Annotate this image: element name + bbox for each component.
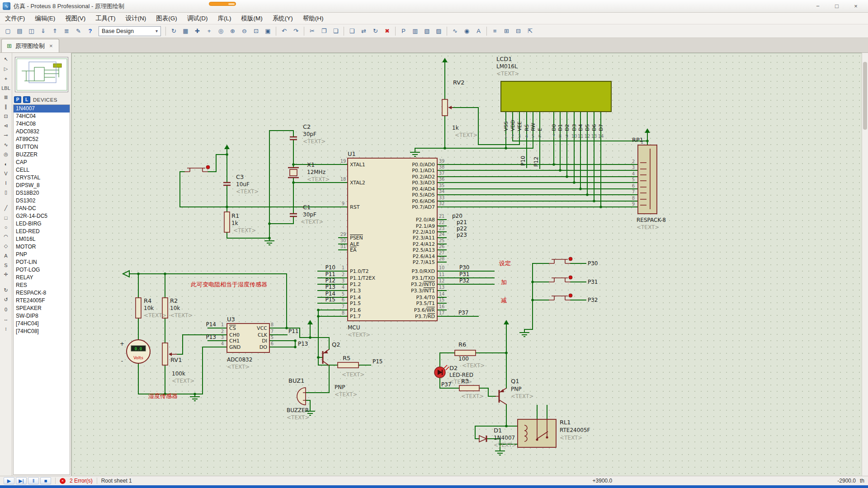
component-x1-crystal[interactable] [288,168,299,178]
menu-item[interactable]: 调试(D) [182,13,213,24]
component-q2[interactable] [323,349,329,366]
device-item[interactable]: [74HC08] [14,328,70,335]
mode-generator[interactable]: ◐ [1,160,11,168]
mode-subcircuit[interactable]: ⊡ [1,112,11,121]
device-item[interactable]: CAP [14,159,70,166]
zoom-area-button[interactable]: ⊡ [250,26,262,37]
pause-button[interactable]: ‖ [28,477,39,484]
design-explorer-button[interactable]: ≡ [489,26,500,37]
block-move-button[interactable]: ⇄ [358,26,369,37]
wire-autorouter-button[interactable]: ∿ [449,26,461,37]
device-item[interactable]: RTE24005F [14,297,70,305]
toggle-grid-button[interactable]: ▦ [180,26,191,37]
component-r5[interactable] [338,362,359,368]
mode-voltage-probe[interactable]: V [1,169,11,178]
device-item[interactable]: SPEAKER [14,305,70,312]
pick-parts-button[interactable]: P [398,26,409,37]
schematic-canvas[interactable]: LCD1LM016L<TEXT>VSSVDDVEERSRWED0D1D2D3D4… [71,53,862,476]
mode-2d-box[interactable]: □ [1,213,11,222]
component-q1[interactable] [495,388,506,404]
mode-component[interactable]: ▷ [1,65,11,73]
mode-2d-circle[interactable]: ○ [1,223,11,231]
mode-mirror-h[interactable]: ↔ [1,314,11,323]
remove-sheet-button[interactable]: ⊟ [513,26,524,37]
device-item[interactable]: CRYSTAL [14,174,70,182]
menu-item[interactable]: 工具(T) [90,13,120,24]
new-sheet-button[interactable]: ⊞ [501,26,512,37]
tab-close-icon[interactable]: × [48,42,54,49]
menu-item[interactable]: 系统(Y) [268,13,298,24]
menu-item[interactable]: 库(L) [213,13,236,24]
component-rv2[interactable] [442,99,453,116]
search-tag-button[interactable]: ◉ [461,26,472,37]
component-button-set[interactable] [549,257,572,263]
mode-rotate-cw[interactable]: ↻ [1,286,11,295]
device-item[interactable]: [74HC04] [14,320,70,328]
mode-2d-symbol[interactable]: S [1,261,11,269]
cut-button[interactable]: ✂ [307,26,318,37]
component-buz1[interactable] [297,388,306,405]
mode-bus[interactable]: ∥ [1,103,11,111]
menu-item[interactable]: 帮助(H) [298,13,329,24]
copy-button[interactable]: ❐ [318,26,330,37]
device-item[interactable]: MOTOR [14,243,70,251]
library-button[interactable]: L [23,96,30,103]
new-project-button[interactable]: ▢ [2,26,14,37]
component-rp1[interactable] [638,145,657,214]
zoom-all-button[interactable]: ▣ [262,26,274,37]
play-button[interactable]: ▶ [4,477,14,484]
vertical-scrollbar[interactable] [862,53,868,476]
mode-current-probe[interactable]: I [1,178,11,187]
redo-button[interactable]: ↷ [290,26,302,37]
menu-item[interactable]: 视图(V) [60,13,90,24]
component-r3[interactable] [459,385,479,391]
mode-rotate-angle[interactable]: 0 [1,305,11,314]
menu-item[interactable]: 编辑(E) [30,13,60,24]
import-section-button[interactable]: ⇓ [38,26,49,37]
device-item[interactable]: RESPACK-8 [14,289,70,297]
device-item[interactable]: FAN-DC [14,205,70,212]
device-item[interactable]: BUTTON [14,143,70,151]
device-item[interactable]: LED-RED [14,228,70,235]
mode-wire-label[interactable]: LBL [1,84,11,92]
minimize-button[interactable]: − [808,0,827,12]
device-item[interactable]: SW-DIP8 [14,312,70,320]
packaging-tool-button[interactable]: ▧ [421,26,433,37]
device-item[interactable]: 74HC04 [14,113,70,120]
error-icon[interactable]: × [60,478,66,484]
save-project-button[interactable]: ◫ [26,26,37,37]
mode-2d-marker[interactable]: ✛ [1,270,11,279]
device-item[interactable]: 74HC08 [14,120,70,128]
make-device-button[interactable]: ▥ [410,26,421,37]
scrollbar-thumb[interactable] [863,62,867,130]
component-button-dec[interactable] [549,294,572,300]
mode-2d-path[interactable]: ◇ [1,242,11,250]
device-item[interactable]: DS1302 [14,197,70,205]
undo-button[interactable]: ↶ [278,26,290,37]
mode-2d-arc[interactable]: ◠ [1,232,11,241]
mode-2d-text[interactable]: A [1,251,11,260]
menu-item[interactable]: 设计(N) [121,13,151,24]
block-copy-button[interactable]: ❑ [346,26,358,37]
error-count[interactable]: 2 Error(s) [70,478,93,484]
mode-text-script[interactable]: ≣ [1,93,11,102]
mode-2d-line[interactable]: ╱ [1,204,11,212]
device-item[interactable]: PNP [14,251,70,258]
mode-terminal[interactable]: ⊲ [1,122,11,130]
component-button-inc[interactable] [549,276,572,282]
component-r4[interactable] [136,298,141,318]
step-button[interactable]: ▶| [16,477,27,484]
redraw-button[interactable]: ↻ [168,26,179,37]
goto-sheet-button[interactable]: ⇱ [524,26,536,37]
component-rl1-relay[interactable] [518,419,556,447]
component-d1[interactable] [479,436,486,442]
mode-junction[interactable]: + [1,74,11,83]
mode-device-pin[interactable]: ⊸ [1,131,11,140]
print-button[interactable]: ≣ [61,26,72,37]
mode-tape-recorder[interactable]: ◎ [1,150,11,159]
device-item[interactable]: DIPSW_8 [14,182,70,189]
paste-button[interactable]: ❏ [330,26,341,37]
component-lcd1[interactable] [501,81,611,112]
component-r1[interactable] [224,212,230,232]
component-c3[interactable] [223,183,231,185]
